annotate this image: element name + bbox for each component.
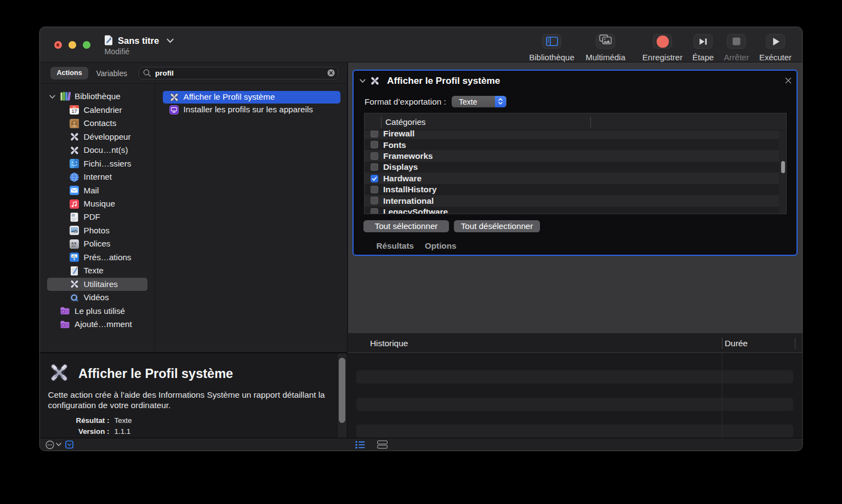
svg-text:AG: AG	[71, 244, 76, 248]
svg-text:17: 17	[71, 108, 77, 114]
